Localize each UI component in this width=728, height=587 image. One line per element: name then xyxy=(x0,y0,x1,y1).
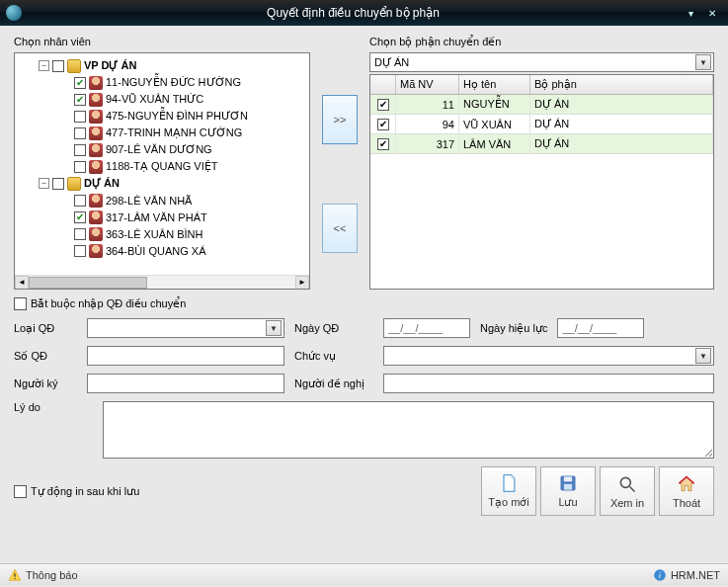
tree-item[interactable]: 94-VŨ XUÂN THỨC xyxy=(17,91,310,108)
row-checkbox[interactable] xyxy=(377,99,389,111)
soqd-input[interactable] xyxy=(87,346,284,366)
tree-item[interactable]: 317-LÂM VĂN PHÁT xyxy=(17,209,310,225)
tree-checkbox[interactable] xyxy=(52,60,64,72)
tree-item-label: 94-VŨ XUÂN THỨC xyxy=(106,93,203,106)
chevron-down-icon[interactable]: ▼ xyxy=(695,54,711,70)
tree-item-label: 907-LÊ VĂN DƯƠNG xyxy=(106,143,212,156)
tree-checkbox[interactable] xyxy=(74,144,86,156)
nguoidenghi-input[interactable] xyxy=(383,374,714,393)
cell-bophan: DỰ ÁN xyxy=(530,95,713,114)
new-button[interactable]: Tạo mới xyxy=(481,466,536,516)
tree-checkbox[interactable] xyxy=(74,228,86,240)
tree-checkbox[interactable] xyxy=(74,127,86,139)
tree-checkbox[interactable] xyxy=(74,77,86,89)
close-button[interactable]: ✕ xyxy=(702,5,722,21)
scroll-left-arrow[interactable]: ◄ xyxy=(15,276,29,290)
scroll-right-arrow[interactable]: ► xyxy=(295,276,309,290)
collapse-icon[interactable]: − xyxy=(39,178,49,189)
tree-item-label: 364-BÙI QUANG XÁ xyxy=(106,245,205,257)
tree-checkbox[interactable] xyxy=(74,195,86,207)
tree-group[interactable]: − DỰ ÁN xyxy=(17,175,310,192)
horizontal-scrollbar[interactable]: ◄ ► xyxy=(15,275,309,289)
mandatory-check-label: Bắt buộc nhập QĐ điều chuyển xyxy=(31,297,186,310)
collapse-icon[interactable]: − xyxy=(39,60,49,71)
file-icon xyxy=(499,473,519,493)
scroll-thumb[interactable] xyxy=(29,277,147,289)
tree-group-label: DỰ ÁN xyxy=(84,177,120,190)
tree-item[interactable]: 907-LÊ VĂN DƯƠNG xyxy=(17,141,310,158)
label-soqd: Số QĐ xyxy=(14,350,77,363)
nguoiky-input[interactable] xyxy=(87,374,284,393)
status-left: Thông báo xyxy=(26,569,78,581)
label-ngayhieuluc: Ngày hiệu lực xyxy=(480,322,547,335)
cell-bophan: DỰ ÁN xyxy=(530,115,713,133)
tree-item[interactable]: 11-NGUYỄN ĐỨC HƯỜNG xyxy=(17,74,310,91)
tree-item-label: 298-LÊ VĂN NHÃ xyxy=(106,195,192,207)
save-button[interactable]: Lưu xyxy=(540,466,596,516)
exit-button[interactable]: Thoát xyxy=(659,466,714,516)
tree-item[interactable]: 298-LÊ VĂN NHÃ xyxy=(17,192,310,209)
label-lydo: Lý do xyxy=(14,401,77,413)
chevron-down-icon[interactable]: ▼ xyxy=(266,320,282,336)
move-right-button[interactable]: >> xyxy=(322,95,358,144)
label-nguoidenghi: Người đề nghị xyxy=(294,377,373,390)
employee-tree[interactable]: − VP DỰ ÁN 11-NGUYỄN ĐỨC HƯỜNG 94-VŨ XUÂ… xyxy=(14,52,310,290)
lydo-memo[interactable] xyxy=(103,401,714,459)
tree-item-label: 11-NGUYỄN ĐỨC HƯỜNG xyxy=(106,76,241,89)
ngayhieuluc-input[interactable] xyxy=(557,318,644,338)
svg-point-3 xyxy=(620,477,630,487)
person-icon xyxy=(89,76,103,90)
cell-manv: 317 xyxy=(396,134,459,153)
cell-hoten: LÂM VĂN xyxy=(459,134,530,153)
tree-checkbox[interactable] xyxy=(52,178,64,190)
row-checkbox[interactable] xyxy=(377,119,389,130)
grid-header-bophan: Bộ phận xyxy=(530,75,713,94)
preview-button[interactable]: Xem in xyxy=(600,466,655,516)
table-row[interactable]: 317 LÂM VĂN DỰ ÁN xyxy=(370,134,713,154)
minimize-button[interactable]: ▾ xyxy=(681,5,700,21)
grid-header-hoten: Họ tên xyxy=(459,75,530,94)
cell-hoten: VŨ XUÂN xyxy=(459,115,530,133)
tree-checkbox[interactable] xyxy=(74,211,86,223)
tree-item[interactable]: 1188-TẠ QUANG VIỆT xyxy=(17,158,310,175)
tree-item[interactable]: 364-BÙI QUANG XÁ xyxy=(17,242,310,259)
table-row[interactable]: 11 NGUYỄN DỰ ÁN xyxy=(370,95,713,115)
tree-item[interactable]: 475-NGUYỄN ĐÌNH PHƯƠN xyxy=(17,108,310,125)
tree-checkbox[interactable] xyxy=(74,94,86,106)
tree-checkbox[interactable] xyxy=(74,245,86,257)
autoprint-label: Tự động in sau khi lưu xyxy=(31,485,139,498)
info-icon: i xyxy=(653,568,667,582)
move-left-button[interactable]: << xyxy=(322,204,358,253)
statusbar: Thông báo i HRM.NET xyxy=(0,563,728,585)
person-icon xyxy=(89,143,103,157)
chevron-down-icon[interactable]: ▼ xyxy=(695,348,711,364)
person-icon xyxy=(89,110,103,124)
tree-item[interactable]: 363-LÊ XUÂN BÌNH xyxy=(17,225,310,242)
label-ngayqd: Ngày QĐ xyxy=(294,322,373,334)
tree-group[interactable]: − VP DỰ ÁN xyxy=(17,57,310,74)
person-icon xyxy=(89,227,103,241)
person-icon xyxy=(89,210,103,224)
chucvu-combo[interactable]: ▼ xyxy=(383,346,714,366)
tree-checkbox[interactable] xyxy=(74,111,86,123)
row-checkbox[interactable] xyxy=(377,138,389,150)
dept-combo[interactable]: DỰ ÁN ▼ xyxy=(369,52,714,72)
autoprint-check[interactable] xyxy=(14,485,27,498)
folder-icon xyxy=(67,177,81,191)
tree-item-label: 1188-TẠ QUANG VIỆT xyxy=(106,160,217,173)
selected-grid[interactable]: Mã NV Họ tên Bộ phận 11 NGUYỄN DỰ ÁN 94 … xyxy=(369,74,714,290)
loaiqd-combo[interactable]: ▼ xyxy=(87,318,284,338)
table-row[interactable]: 94 VŨ XUÂN DỰ ÁN xyxy=(370,115,713,134)
tree-group-label: VP DỰ ÁN xyxy=(84,59,136,72)
ngayqd-input[interactable] xyxy=(383,318,470,338)
mandatory-check[interactable] xyxy=(14,297,27,310)
svg-rect-5 xyxy=(14,573,15,577)
person-icon xyxy=(89,194,103,208)
svg-line-4 xyxy=(630,486,635,491)
magnifier-icon xyxy=(617,474,637,494)
titlebar: Quyết định điều chuyển bộ phận ▾ ✕ xyxy=(0,0,728,26)
tree-item[interactable]: 477-TRINH MẠNH CƯỜNG xyxy=(17,125,310,141)
tree-checkbox[interactable] xyxy=(74,161,86,173)
app-icon xyxy=(6,5,22,21)
window-title: Quyết định điều chuyển bộ phận xyxy=(28,6,679,20)
